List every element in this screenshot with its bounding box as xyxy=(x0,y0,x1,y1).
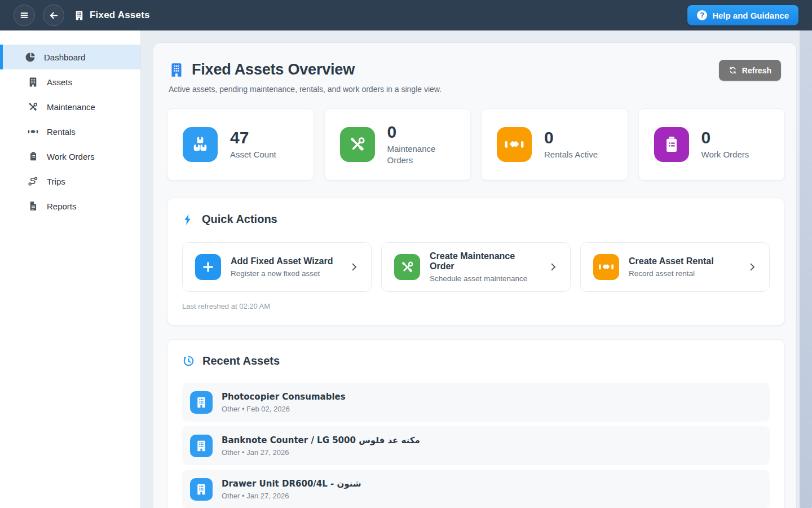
app-title: Fixed Assets xyxy=(90,10,150,21)
chevron-right-icon xyxy=(548,261,559,273)
handshake-icon xyxy=(593,254,619,280)
stat-card-work-orders: 0 Work Orders xyxy=(638,108,785,181)
sidebar-item-dashboard[interactable]: Dashboard xyxy=(0,45,140,69)
document-icon xyxy=(28,201,38,211)
building-icon xyxy=(190,435,213,457)
vertical-scrollbar[interactable] xyxy=(800,30,812,508)
stat-label: Work Orders xyxy=(701,149,749,160)
stat-value: 0 xyxy=(701,129,749,147)
clipboard-icon xyxy=(28,151,38,161)
add-fixed-asset-wizard-button[interactable]: Add Fixed Asset Wizard Register a new fi… xyxy=(182,242,372,292)
stat-card-maintenance-orders: 0 Maintenance Orders xyxy=(324,108,471,181)
sidebar-item-label: Dashboard xyxy=(44,52,85,62)
building-icon xyxy=(190,391,213,414)
sidebar-item-label: Rentals xyxy=(47,127,76,137)
menu-button[interactable] xyxy=(14,5,35,26)
section-title: Recent Assets xyxy=(202,354,280,367)
asset-name: Drawer Unit DR600/4L - شنون xyxy=(222,479,361,489)
building-icon xyxy=(190,478,213,501)
help-and-guidance-button[interactable]: ? Help and Guidance xyxy=(687,5,798,25)
tools-icon xyxy=(340,127,375,162)
chevron-right-icon xyxy=(348,261,360,273)
route-icon xyxy=(28,176,38,187)
back-button[interactable] xyxy=(43,5,64,26)
sidebar-item-label: Assets xyxy=(47,77,72,87)
building-icon xyxy=(169,62,184,78)
stat-value: 0 xyxy=(544,129,598,147)
stat-label: Maintenance Orders xyxy=(387,143,451,167)
asset-meta: Other • Jan 27, 2026 xyxy=(222,492,361,500)
sidebar-item-maintenance[interactable]: Maintenance xyxy=(0,94,140,119)
quick-actions-section: Quick Actions Add Fixed Asset Wizard Reg… xyxy=(167,198,785,326)
stat-label: Rentals Active xyxy=(544,149,598,160)
page-title: Fixed Assets Overview xyxy=(192,61,355,78)
boxes-icon xyxy=(183,127,218,162)
asset-name: Banknote Counter / LG 5000 مكنه عد فلوس xyxy=(222,435,420,445)
app-brand: Fixed Assets xyxy=(74,10,150,21)
refresh-icon xyxy=(729,66,737,75)
sidebar-item-label: Maintenance xyxy=(47,102,95,112)
chevron-right-icon xyxy=(747,261,758,273)
sidebar-item-reports[interactable]: Reports xyxy=(0,194,140,218)
building-icon xyxy=(28,77,38,87)
list-item[interactable]: Drawer Unit DR600/4L - شنون Other • Jan … xyxy=(182,470,770,508)
sidebar-item-rentals[interactable]: Rentals xyxy=(0,119,140,144)
sidebar-item-label: Work Orders xyxy=(47,152,95,161)
action-subtitle: Record asset rental xyxy=(629,269,714,278)
main-content: Fixed Assets Overview Active assets, pen… xyxy=(153,43,796,508)
plus-icon xyxy=(195,254,221,280)
refresh-button[interactable]: Refresh xyxy=(719,60,781,81)
page-subtitle: Active assets, pending maintenance, rent… xyxy=(169,85,781,94)
action-subtitle: Schedule asset maintenance xyxy=(430,274,538,283)
overview-header: Fixed Assets Overview Active assets, pen… xyxy=(153,43,796,94)
handshake-icon xyxy=(497,127,532,162)
question-circle-icon: ? xyxy=(697,10,707,20)
back-arrow-icon xyxy=(48,10,60,21)
stats-row: 47 Asset Count 0 Maintenance Orders 0 Re… xyxy=(167,108,785,181)
recent-assets-list: Photocopier Consumables Other • Feb 02, … xyxy=(182,383,770,508)
tools-icon xyxy=(394,254,420,280)
action-subtitle: Register a new fixed asset xyxy=(231,269,333,278)
stat-value: 0 xyxy=(387,123,451,141)
help-button-label: Help and Guidance xyxy=(712,11,789,20)
refresh-button-label: Refresh xyxy=(742,66,771,75)
asset-meta: Other • Feb 02, 2026 xyxy=(222,405,346,413)
action-title: Add Fixed Asset Wizard xyxy=(231,256,333,266)
top-bar: Fixed Assets ? Help and Guidance xyxy=(0,0,812,30)
asset-meta: Other • Jan 27, 2026 xyxy=(222,448,420,457)
building-icon xyxy=(74,10,85,21)
sidebar: Dashboard Assets Maintenance Rentals Wor… xyxy=(0,30,141,508)
list-item[interactable]: Banknote Counter / LG 5000 مكنه عد فلوس … xyxy=(182,426,770,465)
handshake-icon xyxy=(28,126,38,138)
sidebar-item-label: Reports xyxy=(47,202,77,211)
sidebar-item-label: Trips xyxy=(47,177,65,186)
action-title: Create Asset Rental xyxy=(629,256,714,266)
create-maintenance-order-button[interactable]: Create Maintenance Order Schedule asset … xyxy=(381,242,571,292)
hamburger-icon xyxy=(19,10,30,21)
stat-card-rentals-active: 0 Rentals Active xyxy=(481,108,628,181)
history-icon xyxy=(182,354,195,367)
stat-card-asset-count: 47 Asset Count xyxy=(167,108,314,181)
list-item[interactable]: Photocopier Consumables Other • Feb 02, … xyxy=(182,383,770,422)
action-title: Create Maintenance Order xyxy=(430,251,538,271)
sidebar-item-trips[interactable]: Trips xyxy=(0,169,140,194)
lightning-bolt-icon xyxy=(182,213,195,226)
clipboard-icon xyxy=(654,127,689,162)
sidebar-item-work-orders[interactable]: Work Orders xyxy=(0,144,140,169)
asset-name: Photocopier Consumables xyxy=(222,392,346,402)
recent-assets-section: Recent Assets Photocopier Consumables Ot… xyxy=(167,339,785,508)
tools-icon xyxy=(28,102,38,112)
stat-value: 47 xyxy=(230,129,276,147)
sidebar-item-assets[interactable]: Assets xyxy=(0,69,140,94)
section-title: Quick Actions xyxy=(202,213,277,226)
create-asset-rental-button[interactable]: Create Asset Rental Record asset rental xyxy=(580,242,770,292)
stat-label: Asset Count xyxy=(230,149,276,160)
pie-chart-icon xyxy=(25,52,36,63)
last-refreshed-text: Last refreshed at 02:20 AM xyxy=(182,302,770,310)
